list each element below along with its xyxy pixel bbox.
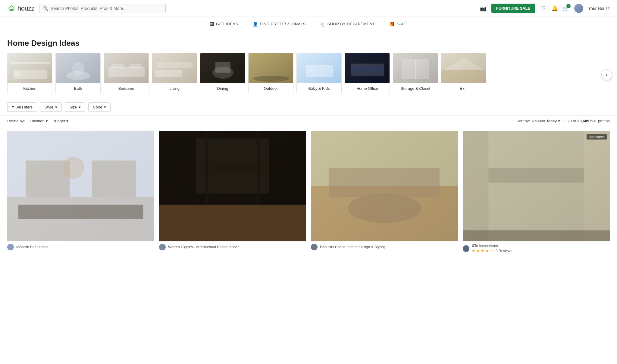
photo-card-photo-2[interactable]: Warren Diggles - Architectural Photograp… xyxy=(159,131,306,253)
photo-card-photo-1[interactable]: Meridith Baer Home xyxy=(7,131,154,253)
filter-icon: ≡ xyxy=(12,105,14,109)
category-card-bedroom[interactable]: Bedroom xyxy=(104,53,149,94)
category-label-home-office: Home Office xyxy=(345,83,390,94)
range-start: 1 xyxy=(562,119,564,123)
star-5: ☆ xyxy=(490,249,493,253)
svg-rect-15 xyxy=(157,62,193,68)
photo-image-photo-1 xyxy=(7,131,154,241)
category-card-outdoor[interactable]: Outdoor xyxy=(248,53,293,94)
category-image-bath xyxy=(56,53,100,83)
category-card-baby-kids[interactable]: Baby & Kids xyxy=(296,53,342,94)
author-avatar xyxy=(463,245,469,252)
camera-icon[interactable]: 📷 xyxy=(480,5,487,12)
category-card-kitchen[interactable]: Kitchen xyxy=(7,53,52,94)
category-card-dining[interactable]: Dining xyxy=(200,53,245,94)
search-input[interactable] xyxy=(51,6,162,11)
photo-card-photo-3[interactable]: Beautiful Chaos Interior Design & Stylin… xyxy=(311,131,458,253)
photo-image-photo-3 xyxy=(311,131,458,241)
furniture-sale-button[interactable]: FURNITURE SALE xyxy=(491,4,535,13)
svg-rect-58 xyxy=(488,168,584,183)
category-card-storage-closet[interactable]: Storage & Closet xyxy=(393,53,438,94)
category-card-living[interactable]: Living xyxy=(152,53,197,94)
sort-select-button[interactable]: Popular Today xyxy=(532,119,560,123)
photo-image-photo-4 xyxy=(463,131,610,241)
category-card-bath[interactable]: Bath xyxy=(55,53,101,94)
category-image-storage-closet xyxy=(393,53,438,83)
nav-item-shop[interactable]: 🛒 SHOP BY DEPARTMENT xyxy=(320,22,375,27)
photos-label: photos xyxy=(598,119,610,123)
filters-bar: ≡ All Filters Style Size Color xyxy=(0,99,617,116)
category-scroll: Kitchen Bath Bedroom xyxy=(7,53,610,94)
svg-rect-39 xyxy=(18,205,143,219)
author-name: XTe Interiorismo xyxy=(472,244,512,248)
category-image-dining xyxy=(200,53,245,83)
all-filters-label: All Filters xyxy=(17,105,33,109)
category-scroll-section: Kitchen Bath Bedroom xyxy=(0,53,617,99)
notifications-icon[interactable]: 🔔 xyxy=(551,5,558,12)
category-card-exterior[interactable]: Ex... xyxy=(441,53,486,94)
scroll-next-button[interactable]: › xyxy=(601,69,612,80)
size-filter-button[interactable]: Size xyxy=(65,102,85,112)
svg-rect-14 xyxy=(155,70,182,77)
header-actions: 📷 FURNITURE SALE ♡ 🔔 🛒 0 Your Houzz xyxy=(480,4,610,13)
search-icon xyxy=(43,6,48,11)
sort-by-label: Sort by: xyxy=(516,119,530,123)
svg-rect-8 xyxy=(72,62,84,76)
sponsored-badge: Sponsored xyxy=(587,134,607,140)
svg-rect-1 xyxy=(10,9,13,11)
svg-point-40 xyxy=(62,157,84,179)
photo-card-photo-4[interactable]: Sponsored XTe Interiorismo ★★★★☆ 9 Revie… xyxy=(463,131,610,253)
nav-item-get-ideas[interactable]: 🖼 GET IDEAS xyxy=(210,22,238,27)
location-label: Location xyxy=(30,119,45,123)
photo-image-photo-2 xyxy=(159,131,306,241)
style-chevron-icon xyxy=(55,105,57,109)
category-label-kitchen: Kitchen xyxy=(8,83,52,94)
category-label-dining: Dining xyxy=(200,83,245,94)
size-filter-label: Size xyxy=(69,105,77,109)
svg-point-52 xyxy=(348,193,421,223)
total-count: 23,609,501 xyxy=(577,119,597,123)
color-filter-button[interactable]: Color xyxy=(88,102,111,112)
category-image-home-office xyxy=(345,53,390,83)
chevron-right-icon: › xyxy=(606,72,607,77)
svg-rect-59 xyxy=(463,230,610,241)
budget-filter-button[interactable]: Budget xyxy=(53,119,68,123)
nav-label-find-professionals: FIND PROFESSIONALS xyxy=(260,22,306,26)
category-image-living xyxy=(152,53,197,83)
author-name: Meridith Baer Home xyxy=(16,245,49,249)
svg-rect-18 xyxy=(215,62,230,73)
houzz-logo-icon xyxy=(7,4,16,13)
color-filter-label: Color xyxy=(93,105,102,109)
sale-icon: 🎁 xyxy=(390,22,395,27)
author-name: Beautiful Chaos Interior Design & Stylin… xyxy=(320,245,385,249)
category-image-outdoor xyxy=(249,53,293,83)
category-card-home-office[interactable]: Home Office xyxy=(345,53,390,94)
color-chevron-icon xyxy=(104,105,106,109)
svg-rect-12 xyxy=(130,64,142,68)
nav-item-sale[interactable]: 🎁 SALE xyxy=(390,22,407,27)
svg-point-5 xyxy=(13,72,20,77)
page-title: Home Design Ideas xyxy=(0,31,617,53)
all-filters-button[interactable]: ≡ All Filters xyxy=(7,102,37,112)
location-filter-button[interactable]: Location xyxy=(30,119,48,123)
wishlist-icon[interactable]: ♡ xyxy=(540,5,547,12)
your-houzz-link[interactable]: Your Houzz xyxy=(588,6,610,11)
search-bar[interactable] xyxy=(39,4,166,13)
nav-item-find-professionals[interactable]: 👤 FIND PROFESSIONALS xyxy=(253,22,306,27)
category-label-bath: Bath xyxy=(56,83,100,94)
svg-rect-32 xyxy=(441,70,486,83)
budget-label: Budget xyxy=(53,119,65,123)
photo-author-photo-1: Meridith Baer Home xyxy=(7,244,154,250)
cart-icon[interactable]: 🛒 0 xyxy=(563,5,569,12)
avatar[interactable] xyxy=(574,4,583,13)
photo-author-photo-2: Warren Diggles - Architectural Photograp… xyxy=(159,244,306,250)
sort-chevron-icon xyxy=(558,119,560,123)
photo-frame-photo-4: Sponsored xyxy=(463,131,610,241)
get-ideas-icon: 🖼 xyxy=(210,22,215,27)
shop-icon: 🛒 xyxy=(320,22,326,27)
location-chevron-icon xyxy=(46,119,48,123)
category-label-baby-kids: Baby & Kids xyxy=(297,83,341,94)
logo[interactable]: houzz xyxy=(7,4,34,13)
author-info: XTe Interiorismo ★★★★☆ 9 Reviews xyxy=(472,244,512,253)
style-filter-button[interactable]: Style xyxy=(40,102,62,112)
